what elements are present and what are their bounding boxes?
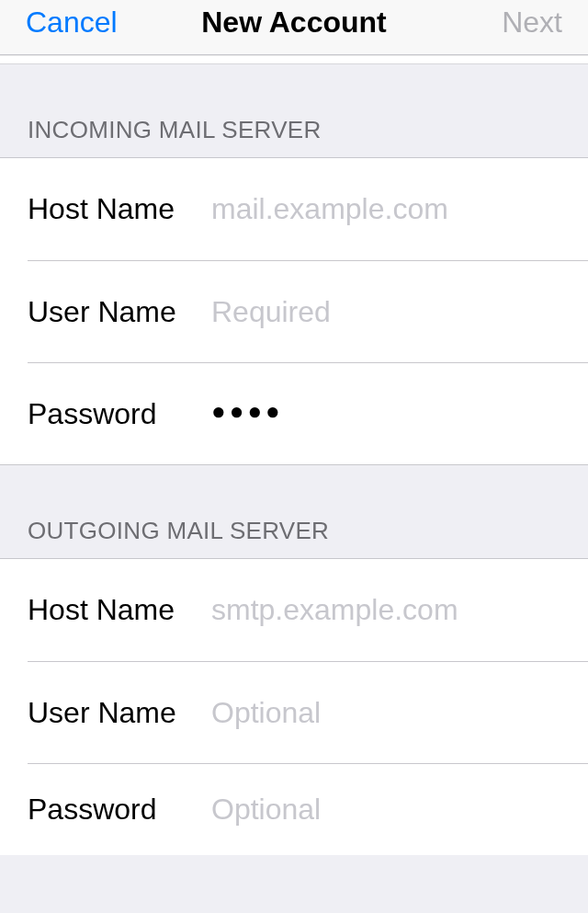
outgoing-host-input[interactable]	[211, 593, 560, 627]
password-label: Password	[28, 793, 211, 827]
host-name-label: Host Name	[28, 192, 211, 226]
page-title: New Account	[154, 6, 434, 40]
outgoing-password-input[interactable]	[211, 793, 560, 827]
password-label: Password	[28, 397, 211, 431]
outgoing-password-row[interactable]: Password	[28, 763, 588, 855]
host-name-label: Host Name	[28, 593, 211, 627]
incoming-password-row[interactable]: Password	[28, 362, 588, 464]
navigation-bar: Cancel New Account Next	[0, 0, 588, 55]
outgoing-section-header: OUTGOING MAIL SERVER	[0, 465, 588, 558]
outgoing-user-input[interactable]	[211, 696, 560, 730]
incoming-user-row[interactable]: User Name	[28, 260, 588, 362]
next-button: Next	[434, 6, 562, 40]
incoming-section: Host Name User Name Password	[0, 157, 588, 465]
incoming-section-header: INCOMING MAIL SERVER	[0, 64, 588, 157]
incoming-host-row[interactable]: Host Name	[0, 158, 588, 260]
incoming-user-input[interactable]	[211, 295, 560, 329]
incoming-host-input[interactable]	[211, 192, 560, 226]
outgoing-host-row[interactable]: Host Name	[0, 559, 588, 661]
user-name-label: User Name	[28, 295, 211, 329]
outgoing-section: Host Name User Name Password	[0, 558, 588, 855]
cancel-button[interactable]: Cancel	[26, 6, 154, 40]
outgoing-user-row[interactable]: User Name	[28, 661, 588, 763]
incoming-password-value[interactable]	[211, 409, 284, 425]
separator-strip	[0, 55, 588, 64]
user-name-label: User Name	[28, 696, 211, 730]
